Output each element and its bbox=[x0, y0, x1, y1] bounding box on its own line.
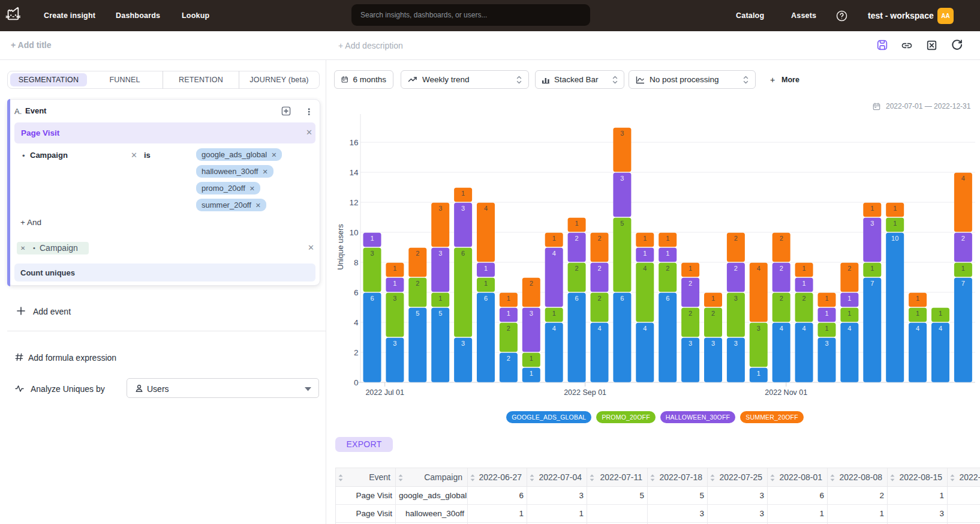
svg-text:6: 6 bbox=[370, 295, 374, 302]
svg-text:16: 16 bbox=[349, 138, 358, 147]
svg-text:1: 1 bbox=[484, 265, 488, 272]
svg-text:1: 1 bbox=[711, 295, 715, 302]
svg-text:3: 3 bbox=[370, 250, 374, 257]
svg-text:6: 6 bbox=[620, 295, 624, 302]
svg-text:1: 1 bbox=[666, 250, 669, 257]
svg-text:10: 10 bbox=[891, 235, 898, 242]
svg-text:1: 1 bbox=[484, 280, 488, 287]
svg-text:2: 2 bbox=[802, 295, 806, 302]
svg-text:2: 2 bbox=[597, 235, 601, 242]
svg-text:8: 8 bbox=[354, 258, 359, 267]
svg-text:5: 5 bbox=[438, 310, 442, 317]
svg-text:3: 3 bbox=[734, 340, 738, 347]
svg-text:3: 3 bbox=[530, 310, 533, 317]
svg-text:2: 2 bbox=[711, 310, 715, 317]
svg-text:0: 0 bbox=[354, 378, 359, 387]
svg-text:4: 4 bbox=[802, 325, 806, 332]
svg-text:1: 1 bbox=[893, 220, 897, 227]
svg-text:3: 3 bbox=[711, 340, 715, 347]
svg-text:4: 4 bbox=[552, 250, 556, 257]
svg-text:1: 1 bbox=[370, 235, 374, 242]
svg-text:1: 1 bbox=[552, 235, 556, 242]
svg-text:4: 4 bbox=[643, 265, 647, 272]
svg-text:3: 3 bbox=[620, 175, 624, 182]
svg-text:1: 1 bbox=[530, 355, 533, 362]
svg-text:2: 2 bbox=[666, 265, 669, 272]
svg-text:3: 3 bbox=[438, 250, 442, 257]
svg-text:1: 1 bbox=[757, 370, 760, 377]
svg-text:1: 1 bbox=[916, 310, 919, 317]
svg-text:1: 1 bbox=[666, 235, 669, 242]
svg-text:6: 6 bbox=[354, 288, 359, 297]
svg-text:4: 4 bbox=[643, 325, 647, 332]
svg-text:2: 2 bbox=[416, 250, 419, 257]
svg-text:1: 1 bbox=[939, 310, 942, 317]
svg-text:3: 3 bbox=[461, 205, 465, 212]
svg-text:1: 1 bbox=[916, 295, 919, 302]
svg-text:2: 2 bbox=[961, 235, 965, 242]
svg-text:3: 3 bbox=[438, 205, 442, 212]
svg-text:2: 2 bbox=[507, 325, 510, 332]
svg-text:3: 3 bbox=[757, 325, 760, 332]
svg-text:1: 1 bbox=[643, 235, 647, 242]
svg-text:5: 5 bbox=[620, 220, 624, 227]
svg-text:3: 3 bbox=[825, 340, 828, 347]
svg-text:7: 7 bbox=[961, 280, 965, 287]
svg-text:2: 2 bbox=[780, 235, 783, 242]
svg-text:1: 1 bbox=[643, 250, 647, 257]
svg-text:3: 3 bbox=[689, 340, 692, 347]
svg-text:2: 2 bbox=[734, 235, 738, 242]
svg-text:4: 4 bbox=[939, 325, 942, 332]
svg-text:5: 5 bbox=[416, 310, 419, 317]
svg-text:4: 4 bbox=[780, 325, 783, 332]
svg-text:2: 2 bbox=[689, 310, 692, 317]
svg-text:1: 1 bbox=[393, 265, 396, 272]
svg-text:6: 6 bbox=[461, 250, 465, 257]
svg-text:1: 1 bbox=[461, 190, 465, 197]
svg-text:6: 6 bbox=[484, 295, 488, 302]
svg-text:4: 4 bbox=[552, 325, 556, 332]
svg-text:2: 2 bbox=[530, 280, 533, 287]
svg-text:2: 2 bbox=[354, 348, 359, 357]
svg-text:1: 1 bbox=[438, 295, 442, 302]
svg-text:3: 3 bbox=[734, 295, 738, 302]
svg-text:1: 1 bbox=[847, 310, 851, 317]
svg-text:2: 2 bbox=[575, 235, 579, 242]
svg-text:1: 1 bbox=[575, 220, 579, 227]
svg-text:4: 4 bbox=[597, 325, 601, 332]
svg-text:1: 1 bbox=[847, 295, 851, 302]
svg-text:4: 4 bbox=[847, 325, 851, 332]
svg-text:12: 12 bbox=[349, 198, 358, 207]
svg-text:3: 3 bbox=[393, 295, 396, 302]
svg-text:Unique users: Unique users bbox=[336, 224, 345, 270]
svg-text:4: 4 bbox=[354, 318, 359, 327]
svg-text:1: 1 bbox=[825, 310, 828, 317]
svg-text:2: 2 bbox=[847, 265, 851, 272]
svg-text:1: 1 bbox=[802, 280, 806, 287]
svg-text:4: 4 bbox=[961, 175, 965, 182]
svg-text:1: 1 bbox=[689, 265, 692, 272]
svg-text:1: 1 bbox=[507, 310, 510, 317]
svg-text:2: 2 bbox=[597, 295, 601, 302]
svg-text:2: 2 bbox=[416, 280, 419, 287]
svg-text:2022 Jul 01: 2022 Jul 01 bbox=[365, 388, 404, 397]
svg-text:4: 4 bbox=[757, 265, 760, 272]
svg-text:1: 1 bbox=[961, 265, 965, 272]
svg-text:3: 3 bbox=[620, 130, 624, 137]
svg-text:2: 2 bbox=[689, 280, 692, 287]
svg-text:6: 6 bbox=[666, 295, 669, 302]
svg-text:1: 1 bbox=[870, 265, 874, 272]
svg-text:1: 1 bbox=[530, 370, 533, 377]
svg-text:14: 14 bbox=[349, 168, 359, 177]
svg-text:2: 2 bbox=[507, 355, 510, 362]
svg-text:6: 6 bbox=[575, 295, 579, 302]
svg-text:1: 1 bbox=[507, 295, 510, 302]
svg-text:2022 Sep 01: 2022 Sep 01 bbox=[564, 388, 606, 397]
svg-text:2: 2 bbox=[780, 295, 783, 302]
svg-text:7: 7 bbox=[870, 280, 874, 287]
svg-text:1: 1 bbox=[552, 310, 556, 317]
svg-text:1: 1 bbox=[802, 265, 806, 272]
svg-text:1: 1 bbox=[393, 280, 396, 287]
svg-text:1: 1 bbox=[893, 205, 897, 212]
svg-text:3: 3 bbox=[393, 340, 396, 347]
